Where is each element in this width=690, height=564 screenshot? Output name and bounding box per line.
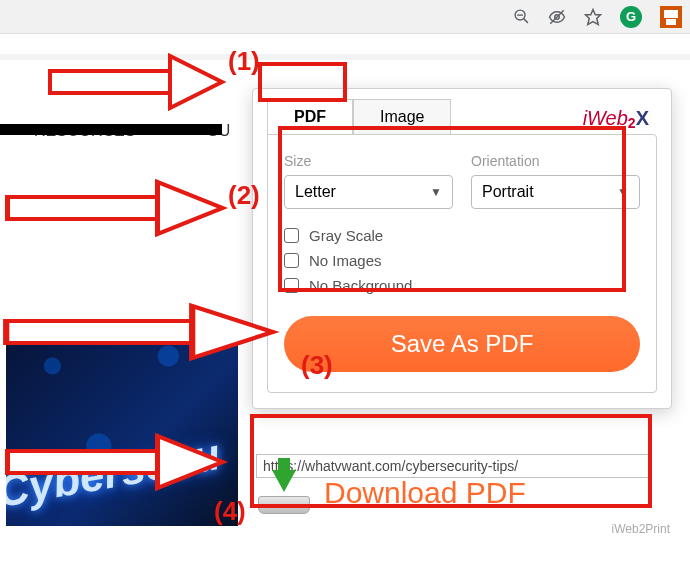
bookmark-star-icon[interactable] xyxy=(584,8,602,26)
thumbnail-text: Cybersecu xyxy=(6,429,224,517)
checkbox-grayscale-label: Gray Scale xyxy=(309,227,383,244)
article-thumbnail: Cybersecu xyxy=(6,326,238,526)
svg-marker-5 xyxy=(586,9,601,24)
orientation-select[interactable]: Portrait ▼ xyxy=(471,175,640,209)
svg-line-1 xyxy=(523,19,527,23)
brand-logo: iWeb2X xyxy=(583,107,649,130)
browser-toolbar: G xyxy=(0,0,690,34)
checkbox-noimages[interactable] xyxy=(284,253,299,268)
save-as-pdf-button[interactable]: Save As PDF xyxy=(284,316,640,372)
checkbox-nobackground-label: No Background xyxy=(309,277,412,294)
size-select[interactable]: Letter ▼ xyxy=(284,175,453,209)
eye-off-icon[interactable] xyxy=(548,8,566,26)
download-pdf-label: Download PDF xyxy=(324,476,526,510)
save-extension-icon[interactable] xyxy=(660,6,682,28)
tab-image[interactable]: Image xyxy=(353,99,451,135)
orientation-label: Orientation xyxy=(471,153,640,169)
checkbox-noimages-label: No Images xyxy=(309,252,382,269)
checkbox-nobackground[interactable] xyxy=(284,278,299,293)
zoom-out-icon[interactable] xyxy=(512,8,530,26)
size-value: Letter xyxy=(295,183,336,201)
iweb2print-label: iWeb2Print xyxy=(612,522,670,536)
orientation-value: Portrait xyxy=(482,183,534,201)
checkbox-grayscale[interactable] xyxy=(284,228,299,243)
page-body: RESOURCES ▼ GU Cybersecu iWeb2X PDF Imag… xyxy=(0,34,690,564)
size-label: Size xyxy=(284,153,453,169)
download-row[interactable]: Download PDF xyxy=(258,472,526,514)
tab-pdf[interactable]: PDF xyxy=(267,99,353,135)
iweb2x-popup: iWeb2X PDF Image Size Letter ▼ Orientati… xyxy=(252,88,672,409)
top-dark-bar xyxy=(0,124,222,135)
chevron-down-icon: ▼ xyxy=(617,185,629,199)
chevron-down-icon: ▼ xyxy=(430,185,442,199)
download-icon xyxy=(258,472,310,514)
grammarly-extension-icon[interactable]: G xyxy=(620,6,642,28)
